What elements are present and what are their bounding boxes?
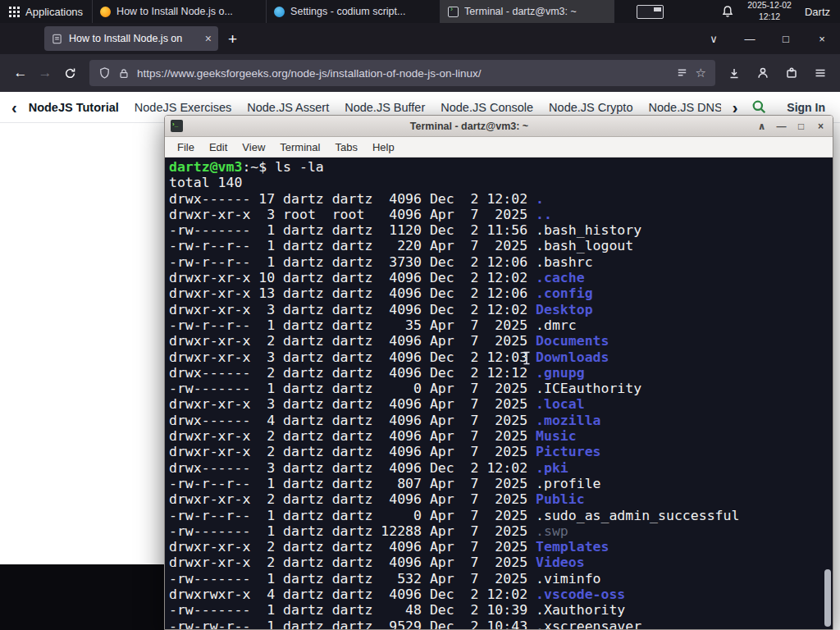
terminal-icon [448,7,459,17]
taskbar-button[interactable]: Settings - codium script... [267,0,441,23]
terminal-menubar: FileEditViewTerminalTabsHelp [165,137,833,158]
terminal-line: -rw------- 1 dartz dartz 48 Dec 2 10:39 … [169,602,833,618]
tab-close-icon[interactable]: × [205,33,212,44]
terminal-shade-icon[interactable]: ∧ [756,121,768,131]
clock-time: 12:12 [747,11,792,23]
terminal-line: drwxr-xr-x 3 dartz dartz 4096 Dec 2 12:0… [169,349,833,365]
nav-scroll-left-icon[interactable]: ‹ [11,99,17,116]
bookmark-star-icon[interactable]: ☆ [696,66,706,80]
tab-favicon [51,33,63,45]
url-text: https://www.geeksforgeeks.org/node-js/in… [137,67,669,80]
terminal-title: Terminal - dartz@vm3: ~ [189,121,749,132]
menu-item-file[interactable]: File [170,139,202,156]
firefox-icon [100,7,111,17]
terminal-line: -rw-r--r-- 1 dartz dartz 220 Apr 7 2025 … [169,238,833,253]
desktop: Applications How to Install Node.js o...… [0,0,840,630]
extensions-icon[interactable] [784,66,799,80]
menu-item-terminal[interactable]: Terminal [272,139,327,156]
terminal-app-icon [171,120,183,132]
terminal-line: drwxr-xr-x 2 dartz dartz 4096 Apr 7 2025… [169,333,833,349]
taskbar-button-label: Terminal - dartz@vm3: ~ [464,6,577,17]
tab-bar: How to Install Node.js on × + ∨ — □ × [0,23,840,54]
terminal-output: dartz@vm3:~$ ls -latotal 140drwx------ 1… [169,159,833,629]
window-minimize-icon[interactable]: — [743,33,756,45]
terminal-line: drwxrwxr-x 4 dartz dartz 4096 Dec 2 12:0… [169,587,833,602]
nav-link-nodejs-tutorial[interactable]: NodeJS Tutorial [29,101,119,114]
nav-link-node-js-crypto[interactable]: Node.JS Crypto [549,101,632,114]
window-close-icon[interactable]: × [815,33,829,45]
nav-link-node-js-dns[interactable]: Node.JS DNS [648,101,720,114]
menu-item-help[interactable]: Help [365,139,402,156]
terminal-window: Terminal - dartz@vm3: ~ ∧ — □ × FileEdit… [164,115,833,630]
browser-tab[interactable]: How to Install Node.js on × [44,26,218,51]
terminal-line: -rw-r--r-- 1 dartz dartz 35 Apr 7 2025 .… [169,317,833,333]
taskbar-button-label: How to Install Node.js o... [116,6,233,17]
terminal-line: -rw------- 1 dartz dartz 12288 Apr 7 202… [169,523,833,539]
terminal-maximize-icon[interactable]: □ [795,121,807,131]
applications-menu[interactable]: Applications [0,0,92,23]
nav-scroll-right-icon[interactable]: › [733,99,738,116]
reload-button[interactable] [57,61,82,85]
taskbar-button[interactable]: How to Install Node.js o... [93,0,267,23]
terminal-line: drwx------ 17 dartz dartz 4096 Dec 2 12:… [169,191,833,207]
applications-grid-icon [9,7,20,17]
tray-terminal-icon[interactable] [637,5,664,19]
notification-bell-icon[interactable] [721,5,734,18]
terminal-line: -rw------- 1 dartz dartz 1120 Dec 2 11:5… [169,222,833,238]
top-panel: Applications How to Install Node.js o...… [0,0,840,23]
menu-item-edit[interactable]: Edit [202,139,235,156]
nav-link-node-js-buffer[interactable]: Node.JS Buffer [345,101,425,114]
new-tab-button[interactable]: + [228,31,237,47]
page-dark-section [0,564,166,630]
window-maximize-icon[interactable]: □ [779,33,792,45]
terminal-line: -rw------- 1 dartz dartz 532 Apr 7 2025 … [169,571,833,587]
terminal-minimize-icon[interactable]: — [775,121,788,131]
terminal-scrollbar-thumb[interactable] [824,569,831,627]
terminal-screen[interactable]: dartz@vm3:~$ ls -latotal 140drwx------ 1… [165,158,833,629]
terminal-line: drwxr-xr-x 10 dartz dartz 4096 Dec 2 12:… [169,270,833,285]
menu-item-tabs[interactable]: Tabs [327,139,364,156]
nav-link-node-js-console[interactable]: Node.JS Console [441,101,533,114]
terminal-line: drwxr-xr-x 2 dartz dartz 4096 Apr 7 2025… [169,555,833,570]
terminal-scrollbar[interactable] [824,158,832,629]
menu-item-view[interactable]: View [235,139,272,156]
terminal-close-icon[interactable]: × [815,121,827,131]
back-button[interactable]: ← [8,61,33,85]
terminal-line: drwxr-xr-x 2 dartz dartz 4096 Apr 7 2025… [169,428,833,444]
codium-icon [274,7,285,17]
terminal-line: dartz@vm3:~$ ls -la [169,159,833,175]
menu-hamburger-icon[interactable] [813,66,828,80]
clock-date: 2025-12-02 [747,0,792,11]
nav-link-nodejs-exercises[interactable]: NodeJS Exercises [135,101,231,114]
account-icon[interactable] [756,66,770,80]
terminal-line: drwxr-xr-x 3 root root 4096 Apr 7 2025 .… [169,207,833,222]
clock[interactable]: 2025-12-02 12:12 [747,0,792,22]
taskbar-button-label: Settings - codium script... [290,6,405,17]
sign-in-button[interactable]: Sign In [787,101,825,114]
reader-mode-icon[interactable] [676,67,688,79]
tracking-shield-icon[interactable] [98,66,111,80]
terminal-line: drwxr-xr-x 3 dartz dartz 4096 Dec 2 12:0… [169,302,833,317]
browser-toolbar: ← → https://www.geeksforgeeks.org/node-j… [0,54,840,92]
tab-title: How to Install Node.js on [69,33,199,44]
terminal-titlebar[interactable]: Terminal - dartz@vm3: ~ ∧ — □ × [165,116,833,137]
taskbar-button[interactable]: Terminal - dartz@vm3: ~ [441,0,614,23]
terminal-line: drwxr-xr-x 2 dartz dartz 4096 Apr 7 2025… [169,539,833,555]
forward-button: → [33,61,57,85]
search-icon[interactable] [749,98,769,117]
terminal-line: drwx------ 4 dartz dartz 4096 Apr 7 2025… [169,413,833,428]
terminal-line: -rw-r--r-- 1 dartz dartz 807 Apr 7 2025 … [169,476,833,491]
gfg-nav-links: NodeJS TutorialNodeJS ExercisesNode.JS A… [29,101,721,114]
lock-icon[interactable] [118,67,130,80]
terminal-line: -rw-rw-r-- 1 dartz dartz 9529 Dec 2 10:4… [169,619,833,629]
terminal-line: -rw------- 1 dartz dartz 0 Apr 7 2025 .I… [169,381,833,396]
reload-icon [64,67,76,80]
terminal-line: drwxr-xr-x 2 dartz dartz 4096 Apr 7 2025… [169,444,833,459]
url-bar[interactable]: https://www.geeksforgeeks.org/node-js/in… [89,60,715,86]
nav-link-node-js-assert[interactable]: Node.JS Assert [247,101,329,114]
downloads-icon[interactable] [727,66,742,80]
user-label: Dartz [805,6,832,18]
terminal-line: drwxr-xr-x 13 dartz dartz 4096 Dec 2 12:… [169,285,833,301]
list-tabs-chevron-icon[interactable]: ∨ [707,33,720,45]
terminal-line: drwx------ 2 dartz dartz 4096 Dec 2 12:1… [169,365,833,381]
